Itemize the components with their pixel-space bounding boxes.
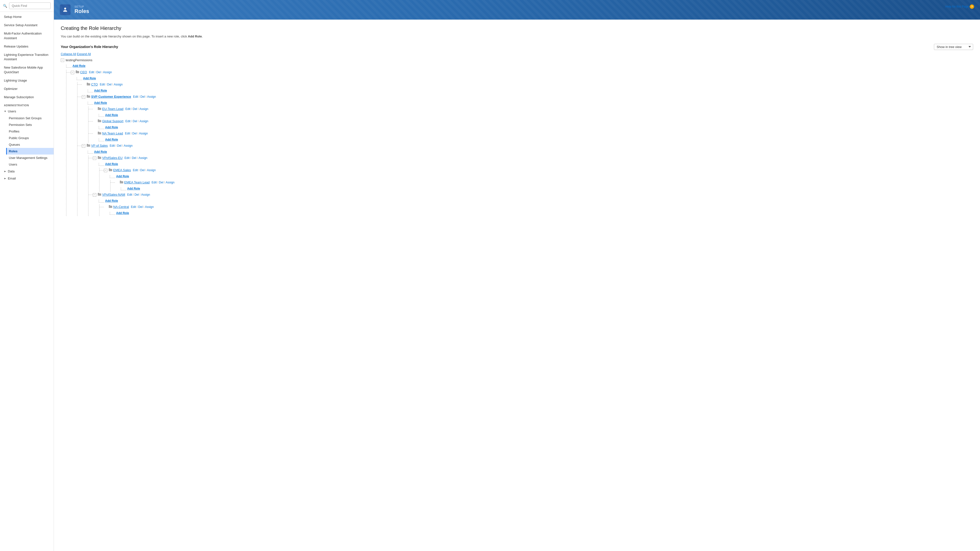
toggle-icon[interactable]: − bbox=[93, 157, 96, 160]
add-role-link-global-support[interactable]: Add Role bbox=[105, 125, 118, 130]
role-action-del[interactable]: Del bbox=[132, 156, 136, 160]
role-action-del[interactable]: Del bbox=[135, 192, 139, 197]
action-sep: I bbox=[139, 95, 140, 99]
role-action-edit[interactable]: Edit bbox=[127, 192, 132, 197]
role-action-del[interactable]: Del bbox=[140, 168, 145, 173]
role-action-assign[interactable]: Assign bbox=[145, 205, 154, 210]
role-link-global-support[interactable]: Global Support bbox=[102, 119, 124, 124]
add-role-link-na-central[interactable]: Add Role bbox=[116, 211, 129, 216]
folder-icon bbox=[98, 119, 101, 124]
collapse-all-link[interactable]: Collapse All bbox=[61, 52, 76, 56]
role-action-del[interactable]: Del bbox=[133, 107, 137, 111]
sidebar-item-mfa-assistant[interactable]: Multi-Factor Authentication Assistant bbox=[0, 29, 54, 42]
toggle-icon[interactable]: − bbox=[104, 169, 107, 172]
add-role-link-eu-team-lead[interactable]: Add Role bbox=[105, 113, 118, 118]
role-action-edit[interactable]: Edit bbox=[133, 168, 138, 173]
toggle-icon[interactable]: − bbox=[71, 71, 74, 74]
role-action-edit[interactable]: Edit bbox=[110, 143, 115, 148]
role-action-edit[interactable]: Edit bbox=[125, 131, 130, 136]
root-add-role-row: Add Role bbox=[66, 63, 973, 69]
sidebar-sub-item-permission-sets[interactable]: Permission Sets bbox=[7, 121, 54, 128]
add-role-link-ceo[interactable]: Add Role bbox=[83, 76, 96, 81]
sidebar-sub-item-queues[interactable]: Queues bbox=[7, 141, 54, 148]
sidebar-sub-item-users[interactable]: Users bbox=[7, 161, 54, 168]
role-action-assign[interactable]: Assign bbox=[139, 131, 148, 136]
role-action-assign[interactable]: Assign bbox=[139, 107, 148, 111]
users-group-header[interactable]: ▼ Users bbox=[0, 108, 54, 115]
role-action-edit[interactable]: Edit bbox=[89, 70, 94, 75]
sidebar-sub-item-roles[interactable]: Roles bbox=[6, 148, 54, 154]
role-action-assign[interactable]: Assign bbox=[124, 143, 132, 148]
svg-rect-4 bbox=[98, 108, 101, 110]
role-action-assign[interactable]: Assign bbox=[114, 82, 123, 87]
role-link-emea-sales[interactable]: EMEA Sales bbox=[113, 168, 131, 173]
role-link-vp-of-sales[interactable]: VP of Sales bbox=[91, 143, 108, 148]
role-link-emea-team-lead[interactable]: EMEA Team Lead bbox=[124, 180, 150, 185]
role-action-del[interactable]: Del bbox=[138, 205, 143, 210]
root-add-role-link[interactable]: Add Role bbox=[73, 64, 86, 68]
role-action-del[interactable]: Del bbox=[96, 70, 101, 75]
role-link-na-team-lead[interactable]: NA Team Lead bbox=[102, 131, 123, 136]
sidebar-sub-item-user-mgmt-settings[interactable]: User Management Settings bbox=[7, 154, 54, 161]
role-action-assign[interactable]: Assign bbox=[139, 119, 148, 124]
role-link-ceo[interactable]: CEO bbox=[80, 70, 87, 75]
sidebar-sub-item-permission-set-groups[interactable]: Permission Set Groups bbox=[7, 115, 54, 121]
sidebar-item-lightning-transition[interactable]: Lightning Experience Transition Assistan… bbox=[0, 51, 54, 64]
add-role-link-emea-team-lead[interactable]: Add Role bbox=[127, 186, 140, 191]
data-group-header[interactable]: ► Data bbox=[0, 168, 54, 175]
role-action-edit[interactable]: Edit bbox=[126, 119, 130, 124]
add-role-link-na-team-lead[interactable]: Add Role bbox=[105, 137, 118, 142]
sidebar-item-mobile-quickstart[interactable]: New Salesforce Mobile App QuickStart bbox=[0, 64, 54, 76]
sidebar-sub-item-public-groups[interactable]: Public Groups bbox=[7, 135, 54, 141]
email-group-header[interactable]: ► Email bbox=[0, 175, 54, 182]
role-action-edit[interactable]: Edit bbox=[100, 82, 105, 87]
role-action-edit[interactable]: Edit bbox=[126, 107, 130, 111]
sidebar-item-setup-home[interactable]: Setup Home bbox=[0, 13, 54, 21]
sidebar-item-optimizer[interactable]: Optimizer bbox=[0, 85, 54, 93]
add-role-link-vpofs-nam[interactable]: Add Role bbox=[105, 198, 118, 203]
role-action-assign[interactable]: Assign bbox=[103, 70, 112, 75]
add-role-link-vpofs-eu[interactable]: Add Role bbox=[105, 162, 118, 167]
add-role-link-cto[interactable]: Add Role bbox=[94, 88, 107, 93]
root-toggle[interactable]: − bbox=[61, 59, 64, 62]
role-action-edit[interactable]: Edit bbox=[131, 205, 136, 210]
sidebar-item-manage-subscription[interactable]: Manage Subscription bbox=[0, 93, 54, 102]
role-action-del[interactable]: Del bbox=[132, 131, 137, 136]
role-link-na-central[interactable]: NA-Central bbox=[113, 205, 129, 210]
tree-view-select[interactable]: Show in tree viewShow in list view bbox=[934, 44, 973, 50]
role-link-vpofs-nam[interactable]: VPofSales-NAM bbox=[102, 192, 125, 197]
role-link-cto[interactable]: CTO bbox=[91, 82, 98, 87]
action-sep: I bbox=[115, 143, 116, 148]
sidebar-item-service-setup-assistant[interactable]: Service Setup Assistant bbox=[0, 21, 54, 29]
role-action-edit[interactable]: Edit bbox=[133, 95, 138, 99]
role-action-edit[interactable]: Edit bbox=[124, 156, 130, 160]
indent-ceo: CTOEdit I Del I AssignAdd Role−SVP Custo… bbox=[77, 82, 973, 216]
role-action-assign[interactable]: Assign bbox=[147, 168, 156, 173]
search-icon: 🔍 bbox=[3, 4, 7, 8]
role-action-del[interactable]: Del bbox=[140, 95, 145, 99]
role-action-del[interactable]: Del bbox=[117, 143, 121, 148]
role-action-assign[interactable]: Assign bbox=[147, 95, 156, 99]
role-action-del[interactable]: Del bbox=[107, 82, 111, 87]
help-link[interactable]: Help for this Page ? bbox=[945, 5, 974, 9]
toggle-icon[interactable]: − bbox=[93, 193, 96, 197]
sidebar-sub-item-profiles[interactable]: Profiles bbox=[7, 128, 54, 135]
add-role-link-svp-customer-exp[interactable]: Add Role bbox=[94, 101, 107, 105]
role-action-del[interactable]: Del bbox=[133, 119, 137, 124]
add-role-link-emea-sales[interactable]: Add Role bbox=[116, 174, 129, 179]
sidebar-item-release-updates[interactable]: Release Updates bbox=[0, 42, 54, 51]
toggle-icon[interactable]: − bbox=[82, 144, 85, 148]
role-action-del[interactable]: Del bbox=[159, 180, 164, 185]
role-action-assign[interactable]: Assign bbox=[141, 192, 150, 197]
role-action-assign[interactable]: Assign bbox=[165, 180, 175, 185]
role-action-assign[interactable]: Assign bbox=[138, 156, 147, 160]
toggle-icon[interactable]: − bbox=[82, 95, 85, 99]
role-link-svp-customer-exp[interactable]: SVP Customer Experience bbox=[91, 94, 131, 99]
expand-all-link[interactable]: Expand All bbox=[77, 52, 91, 56]
role-link-eu-team-lead[interactable]: EU-Team Lead bbox=[102, 106, 124, 112]
sidebar-item-lightning-usage[interactable]: Lightning Usage bbox=[0, 76, 54, 85]
search-input[interactable] bbox=[9, 2, 51, 9]
role-link-vpofs-eu[interactable]: VPofSales-EU bbox=[102, 156, 123, 160]
add-role-link-vp-of-sales[interactable]: Add Role bbox=[94, 149, 107, 154]
role-action-edit[interactable]: Edit bbox=[152, 180, 157, 185]
